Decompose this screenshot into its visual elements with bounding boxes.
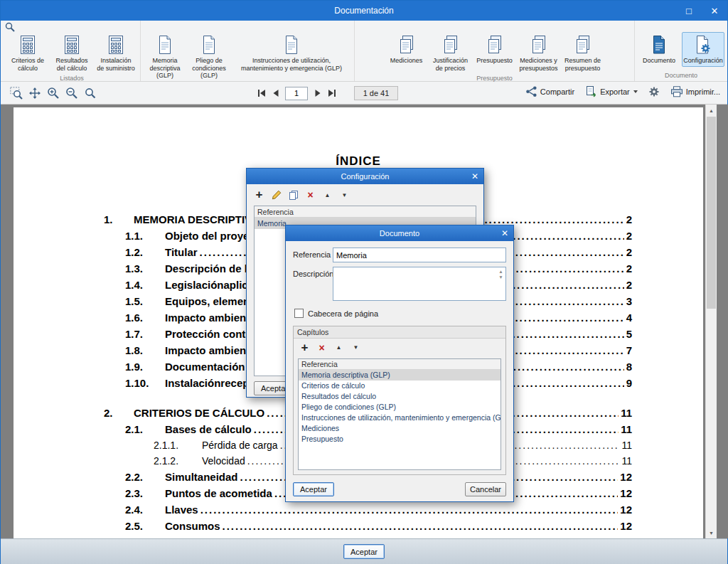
list-item-pliego-de-condiciones-glp[interactable]: Pliego de condiciones (GLP)	[299, 402, 500, 413]
export-label: Exportar	[600, 87, 630, 96]
share-icon	[525, 85, 537, 97]
move-up-button[interactable]: ▲	[322, 192, 333, 198]
ribbon: Criterios de cálculoResultados del cálcu…	[1, 21, 727, 82]
edit-button[interactable]	[271, 190, 282, 200]
last-page-icon[interactable]	[327, 89, 336, 98]
close-icon[interactable]: ✕	[471, 169, 478, 184]
ribbon-item-mediciones[interactable]: Mediciones	[385, 32, 428, 67]
documento-accept-button[interactable]: Aceptar	[293, 482, 334, 496]
toc-entry-page: 5	[626, 326, 632, 342]
restore-button[interactable]: □	[676, 1, 702, 21]
ribbon-item-instalacion-de-suministro[interactable]: Instalación de suministro	[95, 32, 137, 74]
close-icon[interactable]: ✕	[501, 225, 508, 241]
list-item-mediciones[interactable]: Mediciones	[299, 423, 500, 434]
search-icon[interactable]	[5, 22, 15, 32]
print-label: Imprimir...	[686, 87, 720, 96]
pan-icon[interactable]	[28, 86, 41, 100]
copy-button[interactable]	[288, 190, 299, 200]
page-number-input[interactable]	[285, 87, 308, 100]
docs-icon	[441, 34, 461, 55]
list-item-instrucciones-de-utilizacion-mantenimien[interactable]: Instrucciones de utilización, mantenimie…	[299, 413, 500, 423]
toc-entry-number: 2.1.1.	[154, 437, 189, 453]
ribbon-item-presupuesto[interactable]: Presupuesto	[473, 32, 516, 67]
ribbon-item-label: Instrucciones de utilización, mantenimie…	[234, 57, 349, 72]
descripcion-textarea[interactable]	[333, 267, 505, 300]
toc-entry-title: Impacto ambiental	[165, 342, 259, 358]
ribbon-item-resumen-de-presupuesto[interactable]: Resumen de presupuesto	[562, 32, 604, 74]
export-button[interactable]: Exportar	[585, 85, 638, 97]
printer-icon	[670, 86, 683, 97]
list-item-criterios-de-calculo[interactable]: Criterios de cálculo	[299, 381, 500, 391]
zoom-fit-icon[interactable]	[83, 86, 97, 100]
app-window: Documentación □ ✕ Criterios de cálculoRe…	[0, 0, 728, 564]
move-down-button[interactable]: ▼	[350, 344, 361, 351]
toc-entry-title: Llaves	[165, 501, 198, 518]
toc-entry-number: 2.2.	[125, 469, 152, 485]
scroll-down-icon[interactable]: ▼	[496, 275, 505, 280]
toc-entry-page: 11	[621, 405, 632, 421]
zoom-in-icon[interactable]	[46, 86, 60, 100]
ribbon-item-justificacion-de-precios[interactable]: Justificación de precios	[429, 32, 472, 74]
document-heading: ÍNDICE	[14, 154, 703, 169]
toc-entry-title: Consumos	[165, 518, 220, 534]
move-down-button[interactable]: ▼	[339, 192, 350, 198]
ribbon-item-instrucciones-de-utilizacion-mantenimien[interactable]: Instrucciones de utilización, mantenimie…	[232, 32, 351, 74]
documento-cancel-button[interactable]: Cancelar	[465, 482, 506, 496]
window-title: Documentación	[1, 6, 727, 16]
ribbon-item-memoria-descriptiva-glp[interactable]: Memoria descriptiva (GLP)	[144, 32, 186, 82]
delete-button[interactable]: ×	[305, 190, 316, 200]
ribbon-item-criterios-de-calculo[interactable]: Criterios de cálculo	[6, 32, 49, 74]
delete-button[interactable]: ×	[316, 343, 327, 353]
add-button[interactable]: +	[299, 343, 310, 353]
toc-entry-page: 4	[626, 309, 632, 326]
capitulos-list-body: Memoria descriptiva (GLP)Criterios de cá…	[299, 370, 500, 445]
settings-button[interactable]	[648, 86, 660, 97]
referencia-input[interactable]	[333, 248, 506, 262]
descripcion-field: ▲ ▼	[333, 267, 506, 301]
add-button[interactable]: +	[254, 190, 264, 200]
toc-entry-number: 1.3.	[125, 260, 152, 277]
toc-entry-page: 12	[620, 501, 632, 518]
zoom-window-icon[interactable]	[9, 86, 23, 100]
list-item-presupuesto[interactable]: Presupuesto	[299, 434, 500, 445]
previous-page-icon[interactable]	[271, 89, 280, 98]
toc-entry-title: Puntos de acometida	[165, 485, 272, 501]
toc-entry-title: MEMORIA DESCRIPTIVA	[134, 211, 259, 228]
next-page-icon[interactable]	[313, 89, 322, 98]
descripcion-label: Descripción	[293, 267, 333, 301]
scroll-up-icon[interactable]: ▲	[496, 269, 505, 275]
ribbon-group-opciones-de-listado: Memoria descriptiva (GLP)Pliego de condi…	[141, 21, 355, 81]
ribbon-item-resultados-del-calculo[interactable]: Resultados del cálculo	[50, 32, 93, 74]
ribbon-item-label: Configuración	[683, 57, 723, 65]
toc-entry-number: 2.1.2.	[154, 453, 189, 469]
toc-entry-page: 2	[626, 228, 632, 244]
share-button[interactable]: Compartir	[525, 85, 574, 97]
ribbon-item-configuracion[interactable]: Configuración	[682, 32, 724, 67]
toc-entry: 2.5.Consumos............................…	[14, 518, 703, 534]
list-item-memoria-descriptiva-glp[interactable]: Memoria descriptiva (GLP)	[299, 370, 500, 381]
accept-button[interactable]: Aceptar	[343, 544, 385, 559]
scroll-down-button[interactable]: ▼	[706, 527, 717, 538]
vertical-scrollbar[interactable]: ▲ ▼	[705, 105, 717, 538]
move-up-button[interactable]: ▲	[333, 344, 344, 351]
scrollbar-thumb[interactable]	[707, 117, 716, 309]
zoom-out-icon[interactable]	[65, 86, 78, 100]
scroll-up-button[interactable]: ▲	[706, 105, 717, 116]
first-page-icon[interactable]	[257, 89, 266, 98]
list-item-resultados-del-calculo[interactable]: Resultados del cálculo	[299, 391, 500, 402]
ribbon-item-mediciones-y-presupuestos[interactable]: Mediciones y presupuestos	[518, 32, 560, 74]
documento-dialog-buttons: Aceptar Cancelar	[293, 482, 506, 496]
ribbon-item-pliego-de-condiciones-glp[interactable]: Pliego de condiciones (GLP)	[188, 32, 230, 82]
toc-entry-number: 1.7.	[125, 326, 152, 342]
doc-icon	[156, 34, 174, 55]
capitulos-list: Referencia Memoria descriptiva (GLP)Crit…	[298, 358, 501, 470]
toc-entry-title: Titular	[165, 244, 198, 260]
textarea-scrollbar[interactable]: ▲ ▼	[496, 267, 505, 280]
gear-icon	[648, 86, 660, 97]
cabecera-checkbox[interactable]	[294, 309, 304, 318]
print-button[interactable]: Imprimir...	[670, 86, 720, 97]
ribbon-item-documento[interactable]: Documento	[638, 32, 680, 67]
capitulos-list-header: Referencia	[299, 359, 500, 370]
window-close-button[interactable]: ✕	[702, 1, 727, 21]
toc-entry-title: Simultaneidad	[165, 469, 238, 485]
